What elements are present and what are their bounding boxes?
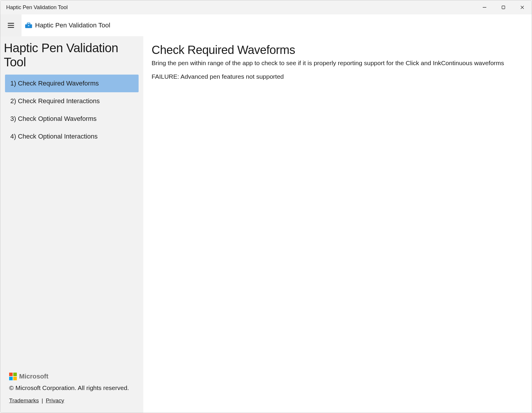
- svg-rect-7: [25, 24, 32, 28]
- footer-separator: |: [39, 397, 46, 404]
- sidebar-item-check-required-interactions[interactable]: 2) Check Required Interactions: [5, 92, 139, 110]
- hamburger-button[interactable]: [0, 14, 22, 36]
- svg-rect-8: [27, 23, 30, 24]
- svg-rect-9: [28, 25, 29, 26]
- sidebar-item-check-optional-interactions[interactable]: 4) Check Optional Interactions: [5, 128, 139, 145]
- svg-rect-1: [502, 6, 505, 9]
- app-name-label: Haptic Pen Validation Tool: [35, 22, 110, 29]
- app-window: Haptic Pen Validation Tool: [0, 0, 532, 413]
- hamburger-icon: [7, 21, 15, 29]
- minimize-button[interactable]: [475, 0, 494, 14]
- body-area: Haptic Pen Validation Tool 1) Check Requ…: [0, 36, 532, 413]
- content-status: FAILURE: Advanced pen features not suppo…: [152, 73, 523, 80]
- sidebar-item-check-optional-waveforms[interactable]: 3) Check Optional Waveforms: [5, 110, 139, 128]
- content-description: Bring the pen within range of the app to…: [152, 60, 523, 67]
- sidebar: Haptic Pen Validation Tool 1) Check Requ…: [0, 36, 143, 413]
- trademarks-link[interactable]: Trademarks: [9, 397, 39, 404]
- content-title: Check Required Waveforms: [152, 43, 523, 57]
- sidebar-title: Haptic Pen Validation Tool: [0, 39, 143, 75]
- close-button[interactable]: [513, 0, 532, 14]
- window-title: Haptic Pen Validation Tool: [6, 4, 68, 11]
- microsoft-logo-row: Microsoft: [9, 373, 134, 380]
- maximize-icon: [501, 5, 505, 9]
- sidebar-nav: 1) Check Required Waveforms 2) Check Req…: [0, 75, 143, 145]
- header-bar: Haptic Pen Validation Tool: [0, 14, 532, 36]
- minimize-icon: [482, 5, 487, 9]
- sidebar-item-check-required-waveforms[interactable]: 1) Check Required Waveforms: [5, 75, 139, 92]
- close-icon: [520, 5, 524, 9]
- sidebar-item-label: 4) Check Optional Interactions: [10, 133, 98, 140]
- privacy-link[interactable]: Privacy: [46, 397, 64, 404]
- sidebar-item-label: 3) Check Optional Waveforms: [10, 115, 97, 123]
- app-identity: Haptic Pen Validation Tool: [22, 21, 110, 29]
- toolbox-icon: [24, 21, 33, 29]
- window-controls: [475, 0, 532, 14]
- sidebar-footer: Microsoft © Microsoft Corporation. All r…: [0, 373, 143, 413]
- content-pane: Check Required Waveforms Bring the pen w…: [143, 36, 532, 413]
- footer-links: Trademarks | Privacy: [9, 397, 134, 404]
- copyright-text: © Microsoft Corporation. All rights rese…: [9, 384, 134, 391]
- microsoft-logo-icon: [9, 373, 17, 380]
- sidebar-item-label: 1) Check Required Waveforms: [10, 80, 99, 87]
- maximize-button[interactable]: [494, 0, 513, 14]
- microsoft-name: Microsoft: [19, 373, 48, 380]
- sidebar-item-label: 2) Check Required Interactions: [10, 97, 100, 105]
- titlebar: Haptic Pen Validation Tool: [0, 0, 532, 14]
